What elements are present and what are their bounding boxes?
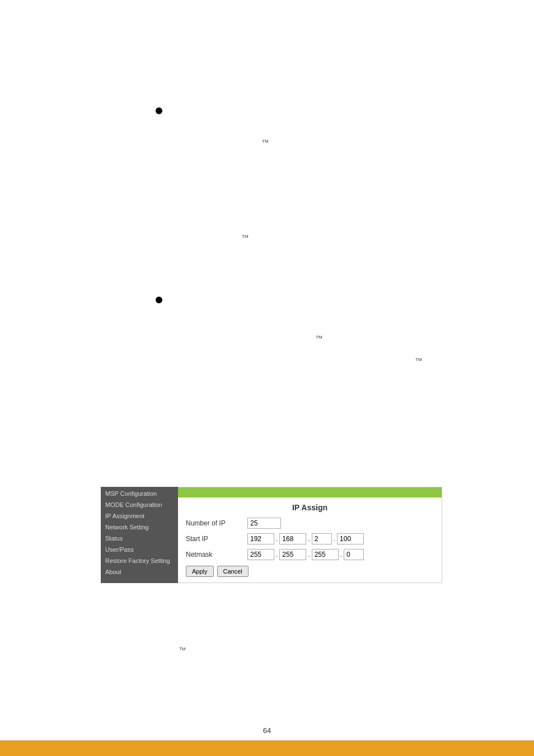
netmask-octet4[interactable] xyxy=(344,549,364,560)
bullet-point-2 xyxy=(156,297,162,303)
start-ip-octet3[interactable] xyxy=(312,533,332,544)
sidebar-item-user-pass[interactable]: User/Pass xyxy=(101,544,178,555)
panel-title: IP Assign xyxy=(186,503,434,512)
sidebar-item-network-setting[interactable]: Network Setting xyxy=(101,522,178,533)
main-content: IP Assign Number of IP Start IP . . . xyxy=(178,487,442,583)
netmask-octet2[interactable] xyxy=(279,549,306,560)
tm-mark-2: TM xyxy=(242,234,249,239)
start-ip-sep1: . xyxy=(276,535,278,543)
start-ip-label: Start IP xyxy=(186,535,247,543)
cancel-button[interactable]: Cancel xyxy=(217,566,249,577)
netmask-row: Netmask . . . xyxy=(186,549,434,560)
sidebar-item-restore-factory[interactable]: Restore Factory Setting xyxy=(101,555,178,566)
netmask-octet1[interactable] xyxy=(247,549,274,560)
netmask-sep2: . xyxy=(308,551,310,558)
button-row: Apply Cancel xyxy=(186,566,434,577)
panel-body: IP Assign Number of IP Start IP . . . xyxy=(178,497,442,583)
sidebar: MSP Configuration MODE Configuration IP … xyxy=(101,487,178,583)
apply-button[interactable]: Apply xyxy=(186,566,214,577)
start-ip-group: . . . xyxy=(247,533,364,544)
tm-mark-5: TM xyxy=(179,646,186,651)
netmask-sep1: . xyxy=(276,551,278,558)
start-ip-octet4[interactable] xyxy=(337,533,364,544)
number-of-ip-label: Number of IP xyxy=(186,519,247,527)
netmask-label: Netmask xyxy=(186,551,247,558)
tm-mark-4: TM xyxy=(415,357,422,362)
bottom-bar xyxy=(0,740,534,756)
number-of-ip-input[interactable] xyxy=(247,518,281,529)
sidebar-item-status[interactable]: Status xyxy=(101,533,178,544)
sidebar-item-ip-assignment[interactable]: IP Assignment xyxy=(101,510,178,522)
start-ip-sep2: . xyxy=(308,535,310,543)
page-number: 64 xyxy=(263,726,271,735)
sidebar-item-mode-configuration[interactable]: MODE Configuration xyxy=(101,499,178,510)
main-header-bar xyxy=(178,487,442,497)
netmask-group: . . . xyxy=(247,549,364,560)
number-of-ip-row: Number of IP xyxy=(186,518,434,529)
sidebar-item-msp-configuration[interactable]: MSP Configuration xyxy=(101,488,178,499)
netmask-octet3[interactable] xyxy=(312,549,339,560)
start-ip-sep3: . xyxy=(334,535,335,543)
start-ip-row: Start IP . . . xyxy=(186,533,434,544)
sidebar-item-about[interactable]: About xyxy=(101,566,178,577)
tm-mark-1: TM xyxy=(262,139,269,144)
start-ip-octet1[interactable] xyxy=(247,533,274,544)
bullet-point-1 xyxy=(156,107,162,114)
start-ip-octet2[interactable] xyxy=(279,533,306,544)
tm-mark-3: TM xyxy=(316,335,322,340)
ui-panel: MSP Configuration MODE Configuration IP … xyxy=(101,487,442,583)
netmask-sep3: . xyxy=(340,551,342,558)
